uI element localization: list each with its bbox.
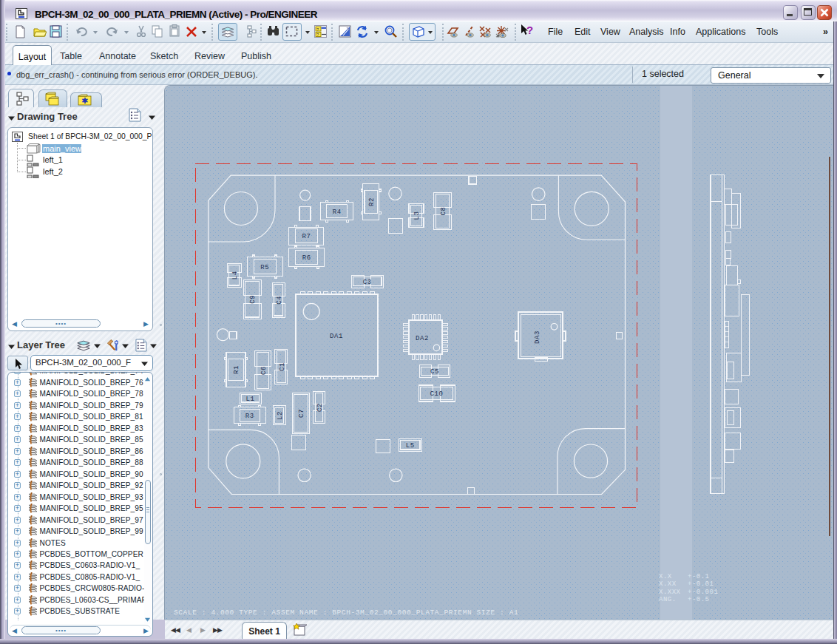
svg-text:C1: C1	[279, 362, 286, 371]
svg-text:R1: R1	[233, 365, 240, 374]
svg-text:+-0.001: +-0.001	[688, 589, 718, 596]
svg-text:L5: L5	[406, 442, 415, 450]
svg-text:C2: C2	[316, 403, 324, 412]
svg-text:C5: C5	[430, 368, 439, 376]
svg-text:R4: R4	[333, 209, 342, 216]
svg-text:SCALE : 4.000 TYPE : ASSEM: SCALE : 4.000 TYPE : ASSEM NAME : BPCH-3…	[174, 609, 518, 617]
svg-text:C8: C8	[440, 207, 447, 216]
svg-text:L4: L4	[231, 271, 239, 279]
svg-text:DA2: DA2	[416, 335, 429, 342]
svg-text:+-0.5: +-0.5	[688, 596, 710, 603]
svg-text:L3: L3	[413, 211, 421, 220]
svg-text:ANG.: ANG.	[659, 596, 677, 603]
svg-text:R7: R7	[302, 233, 311, 240]
svg-text:L2: L2	[277, 411, 284, 420]
svg-text:X.X: X.X	[659, 573, 672, 580]
svg-text:R5: R5	[260, 264, 269, 271]
svg-text:DA3: DA3	[534, 331, 541, 344]
svg-text:R3: R3	[245, 413, 254, 420]
svg-text:L1: L1	[246, 396, 255, 403]
svg-text:R6: R6	[302, 254, 311, 262]
svg-text:C7: C7	[298, 409, 305, 418]
svg-text:X.XX: X.XX	[659, 580, 677, 588]
svg-text:DA1: DA1	[330, 333, 343, 340]
svg-text:C10: C10	[430, 390, 444, 398]
svg-text:C4: C4	[276, 296, 283, 305]
svg-text:+-0.1: +-0.1	[688, 573, 710, 580]
svg-text:X.XXX: X.XXX	[659, 589, 681, 596]
svg-text:+-0.01: +-0.01	[688, 580, 714, 588]
svg-text:✱: ✱	[81, 96, 88, 105]
svg-text:C6: C6	[260, 366, 268, 375]
svg-text:C3: C3	[363, 279, 372, 286]
svg-text:C9: C9	[249, 295, 257, 304]
svg-text:R2: R2	[368, 197, 376, 206]
svg-text:?: ?	[526, 24, 533, 36]
